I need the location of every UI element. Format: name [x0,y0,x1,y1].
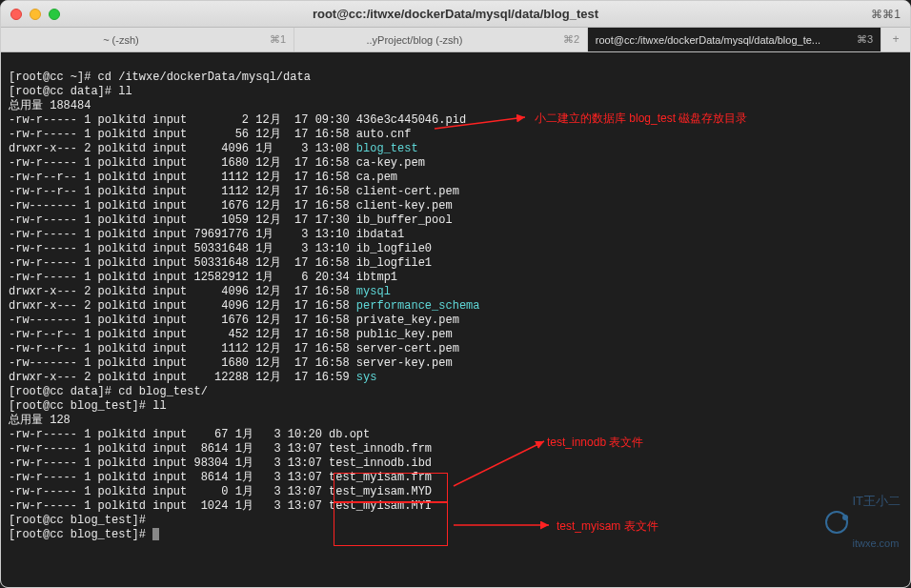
tab-label: root@cc:/itwxe/dockerData/mysql/data/blo… [588,34,828,46]
annotation-innodb: test_innodb 表文件 [547,436,643,450]
tab-shortcut: ⌘3 [857,33,881,46]
watermark: IT王小二 itwxe.com [825,465,901,579]
window-title: root@cc:/itwxe/dockerData/mysql/data/blo… [313,7,598,21]
cursor [152,528,159,540]
prompt-line: [root@cc blog_test]# ll [9,399,167,413]
prompt-line: [root@cc blog_test]# [9,514,146,527]
tab-1[interactable]: ~ (-zsh) ⌘1 [1,28,294,51]
tab-label: ..yProject/blog (-zsh) [294,34,535,46]
watermark-url: itwxe.com [852,537,901,551]
minimize-button[interactable] [30,9,41,20]
total-line: 总用量 188484 [9,99,91,112]
highlight-box-innodb [334,473,448,502]
highlight-box-myisam [334,502,448,546]
terminal-output[interactable]: [root@cc ~]# cd /itwxe/dockerData/mysql/… [1,52,910,587]
ls-listing: -rw-r----- 1 polkitd input 2 12月 17 09:3… [9,113,902,385]
close-button[interactable] [10,9,22,20]
prompt-line: [root@cc data]# ll [9,85,132,98]
prompt-line: [root@cc ~]# cd /itwxe/dockerData/mysql/… [9,71,311,84]
tab-label: ~ (-zsh) [1,34,241,46]
watermark-name: IT王小二 [852,494,901,508]
prompt-line: [root@cc blog_test]# [9,528,152,541]
arrow-icon [449,517,554,537]
ls-listing: -rw-r----- 1 polkitd input 67 1月 3 10:20… [9,428,902,514]
watermark-logo-icon [825,511,848,534]
traffic-lights [10,9,60,20]
annotation-myisam: test_myisam 表文件 [557,519,658,534]
tab-shortcut: ⌘1 [270,33,294,46]
tab-bar: ~ (-zsh) ⌘1 ..yProject/blog (-zsh) ⌘2 ro… [1,28,910,52]
total-line: 总用量 128 [9,414,71,427]
prompt-line: [root@cc data]# cd blog_test/ [9,385,208,398]
titlebar[interactable]: root@cc:/itwxe/dockerData/mysql/data/blo… [1,1,910,28]
tab-2[interactable]: ..yProject/blog (-zsh) ⌘2 [294,28,588,51]
zoom-button[interactable] [49,9,60,20]
annotation-blog-test: 小二建立的数据库 blog_test 磁盘存放目录 [535,112,747,126]
terminal-window: root@cc:/itwxe/dockerData/mysql/data/blo… [0,0,911,588]
add-tab-button[interactable]: + [881,28,910,51]
tab-shortcut: ⌘2 [563,33,587,46]
tab-3-active[interactable]: root@cc:/itwxe/dockerData/mysql/data/blo… [588,28,881,51]
window-shortcut: ⌘⌘1 [871,8,901,21]
